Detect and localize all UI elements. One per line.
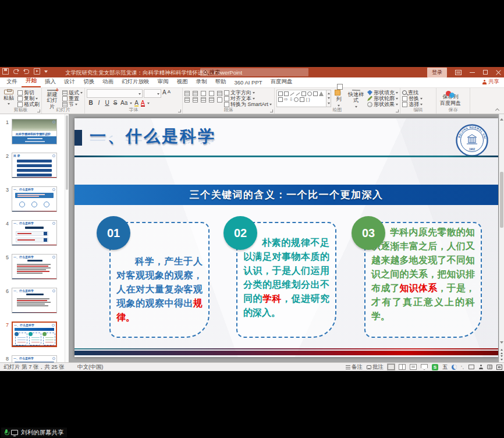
- thumbnail-row-2[interactable]: 2 目 录: [0, 153, 69, 178]
- ime-wubi-icon[interactable]: 五: [442, 363, 448, 371]
- slide-thumbnail-7[interactable]: 一、什么是科学: [12, 322, 57, 347]
- normal-view-button[interactable]: [388, 364, 395, 370]
- language-indicator[interactable]: 中文(中国): [77, 363, 103, 371]
- brace-shape-icon[interactable]: {: [306, 97, 307, 102]
- thumbnail-row-5[interactable]: 5 一、什么是科学: [0, 254, 69, 280]
- ime-emoji-grid-icon[interactable]: [468, 365, 474, 369]
- paragraph-dialog-launcher-icon[interactable]: [270, 110, 273, 112]
- thumbnail-row-4[interactable]: 4 一、什么是科学: [0, 220, 69, 246]
- thumbnail-row-7-selected[interactable]: 7 一、什么是科学: [0, 322, 69, 347]
- start-slideshow-icon[interactable]: [34, 68, 40, 75]
- slideshow-view-button[interactable]: [421, 364, 428, 370]
- slide-thumbnail-3[interactable]: 一、什么是科学: [12, 186, 57, 212]
- scroll-up-icon[interactable]: [500, 116, 503, 121]
- comments-button[interactable]: 批注: [367, 363, 384, 371]
- quick-styles-button[interactable]: 快速样式: [346, 89, 365, 107]
- tab-animations[interactable]: 动画: [98, 76, 118, 87]
- sogou-ime-icon[interactable]: S: [432, 364, 438, 370]
- columns-icon[interactable]: [217, 97, 222, 103]
- thumbnail-row-6[interactable]: 6 一、什么是科学: [0, 288, 69, 313]
- tab-view[interactable]: 视图: [173, 76, 192, 87]
- ribbon-display-options-icon[interactable]: [455, 70, 462, 75]
- close-icon[interactable]: [496, 69, 502, 75]
- thumbnail-row-1[interactable]: 1 向科学精神和科学情怀进阶: [0, 119, 69, 144]
- align-center-icon[interactable]: [193, 97, 198, 103]
- save-icon[interactable]: [2, 68, 9, 75]
- bracket-shape-icon[interactable]: }: [308, 97, 310, 102]
- slide-thumbnail-6[interactable]: 一、什么是科学: [12, 288, 57, 313]
- tab-transitions[interactable]: 切换: [79, 76, 98, 87]
- tab-review[interactable]: 审阅: [154, 76, 173, 87]
- previous-slide-button[interactable]: [501, 347, 503, 355]
- scroll-thumb[interactable]: [500, 172, 503, 228]
- tab-file[interactable]: 文件: [2, 76, 22, 87]
- indent-decrease-icon[interactable]: [201, 91, 206, 96]
- right-arrow-shape-icon[interactable]: ⇨: [284, 97, 288, 102]
- triangle-shape-icon[interactable]: [319, 91, 324, 96]
- save-to-baidu-button[interactable]: 保存到百度网盘: [438, 89, 463, 107]
- down-arrow-shape-icon[interactable]: ⇩: [289, 97, 293, 102]
- tab-help[interactable]: 帮助: [211, 76, 230, 87]
- thumbnail-row-3[interactable]: 3 一、什么是科学: [0, 186, 69, 212]
- scroll-down-icon[interactable]: [500, 341, 503, 345]
- customize-toolbar-caret-icon[interactable]: [44, 70, 48, 75]
- line-spacing-icon[interactable]: [217, 91, 222, 96]
- smiley-shape-icon[interactable]: [294, 97, 299, 102]
- arrange-button[interactable]: 排列: [333, 89, 345, 107]
- highlight-color-button[interactable]: A: [134, 100, 139, 106]
- ime-fullwidth-moon-icon[interactable]: [452, 365, 457, 370]
- bullets-icon[interactable]: [184, 91, 190, 96]
- collapse-ribbon-icon[interactable]: [495, 108, 499, 112]
- slide-thumbnail-1[interactable]: 向科学精神和科学情怀进阶: [12, 119, 57, 144]
- tab-record[interactable]: 录制: [192, 76, 211, 87]
- shape-gallery[interactable]: ⇨ ⇩ { }: [276, 89, 331, 107]
- clipboard-dialog-launcher-icon[interactable]: [37, 110, 40, 112]
- slide-thumbnail-5[interactable]: 一、什么是科学: [12, 254, 57, 280]
- strikethrough-button[interactable]: S: [112, 100, 118, 106]
- thumbnail-row-8[interactable]: 8 一、什么是科学: [0, 355, 69, 362]
- minimize-icon[interactable]: [470, 72, 475, 73]
- slide-thumbnail-2[interactable]: 目 录: [12, 153, 57, 178]
- scroll-track[interactable]: [499, 121, 504, 341]
- ime-toolbox-icon[interactable]: [487, 365, 492, 369]
- tab-design[interactable]: 设计: [60, 76, 79, 87]
- rounded-rectangle-shape-icon[interactable]: [313, 91, 318, 96]
- current-slide[interactable]: 一、什么是科学 一、什么是科学 BEIJING NORMAL UNIVERSIT…: [74, 118, 498, 357]
- next-slide-button[interactable]: [501, 355, 503, 362]
- paste-button[interactable]: 粘贴: [2, 89, 16, 107]
- font-color-button[interactable]: A: [141, 100, 145, 106]
- drawing-dialog-launcher-icon[interactable]: [396, 110, 399, 112]
- character-spacing-button[interactable]: Aa: [120, 100, 127, 106]
- align-right-icon[interactable]: [201, 97, 206, 103]
- arrow-shape-icon[interactable]: [296, 92, 300, 95]
- tab-baidu-netdisk[interactable]: 百度网盘: [267, 76, 297, 87]
- align-left-icon[interactable]: [184, 97, 190, 103]
- rectangle-shape-icon[interactable]: [301, 91, 306, 96]
- slide-sorter-view-button[interactable]: [399, 364, 406, 370]
- shape-gallery-scroll[interactable]: [326, 90, 331, 107]
- font-dialog-launcher-icon[interactable]: [178, 110, 181, 112]
- slide-scrollbar[interactable]: [499, 114, 504, 362]
- freeform-shape-icon[interactable]: [300, 97, 304, 102]
- microphone-icon[interactable]: [4, 429, 8, 436]
- key-message-banner[interactable]: 三个关键词的含义：一个比一个更加深入: [74, 185, 498, 205]
- undo-icon[interactable]: [13, 68, 19, 75]
- tab-360-ai-ppt[interactable]: 360 AI PPT: [230, 77, 267, 87]
- indent-increase-icon[interactable]: [209, 91, 214, 96]
- lshape-icon[interactable]: [278, 97, 283, 102]
- numbering-icon[interactable]: [193, 91, 198, 96]
- reading-view-button[interactable]: [410, 364, 417, 370]
- oval-shape-icon[interactable]: [307, 91, 312, 96]
- new-slide-button[interactable]: 新建幻灯片: [44, 89, 61, 107]
- font-size-select[interactable]: [144, 89, 161, 98]
- ime-punctuation-icon[interactable]: ’,: [461, 365, 464, 370]
- tab-slideshow[interactable]: 幻灯片放映: [118, 76, 154, 87]
- share-button[interactable]: 共享: [482, 78, 499, 86]
- thumbnail-panel-scrollbar[interactable]: [65, 114, 69, 362]
- ime-account-icon[interactable]: [478, 365, 483, 369]
- search-input[interactable]: 搜索: [200, 68, 308, 76]
- tab-insert[interactable]: 插入: [41, 76, 60, 87]
- thumbnail-scroll-thumb[interactable]: [66, 115, 68, 190]
- login-button[interactable]: 登录: [427, 68, 447, 77]
- tab-home[interactable]: 开始: [22, 75, 41, 87]
